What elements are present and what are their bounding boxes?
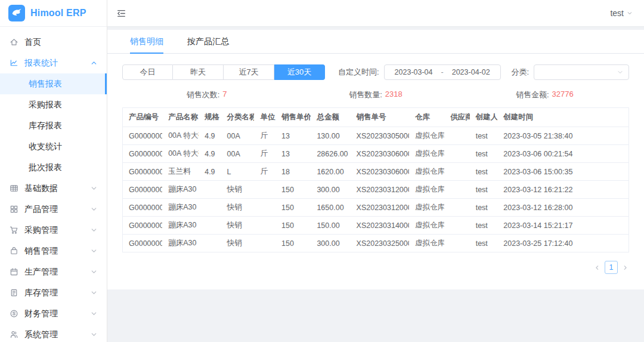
table-cell: 00A (221, 127, 254, 145)
table-cell: 虚拟仓库A (409, 235, 444, 252)
table-cell: 虚拟仓库A (409, 127, 444, 145)
table-cell: G000000000001 (123, 217, 162, 235)
table-cell: G000000000001 (123, 181, 162, 199)
users-icon (10, 330, 18, 339)
stat: 销售数量:2318 (291, 90, 460, 100)
page-content: 销售明细按产品汇总 今日昨天近7天近30天 自定义时间: 2023-03-04 … (107, 27, 644, 342)
logo[interactable]: Himool ERP (0, 0, 107, 27)
bird-icon (8, 5, 25, 21)
quick-range-last-30-days[interactable]: 近30天 (274, 64, 325, 80)
table-cell: 00A (221, 145, 254, 163)
sidebar-item-product-mgmt[interactable]: 产品管理 (0, 199, 107, 220)
table-cell (444, 217, 469, 235)
table-cell: G000000000003 (123, 145, 162, 163)
sidebar-item-base-data[interactable]: 基础数据 (0, 178, 107, 199)
table-cell: 2023-03-05 21:38:40 (497, 127, 628, 145)
category-filter: 分类: (511, 64, 629, 80)
sidebar-item-reports[interactable]: 报表统计 (0, 53, 107, 73)
sidebar-item-inventory-mgmt[interactable]: 库存管理 (0, 282, 107, 303)
table-cell (199, 235, 221, 252)
table-cell: 4.9 (199, 145, 221, 163)
sidebar-subitem-label: 库存报表 (29, 121, 62, 131)
grid-icon (10, 205, 18, 214)
stat-value: 7 (222, 90, 227, 100)
quick-range-today[interactable]: 今日 (122, 64, 173, 80)
table-cell (444, 145, 469, 163)
table-cell: 斤 (254, 163, 275, 181)
column-header: 产品名称 (162, 108, 199, 127)
sidebar-item-production-mgmt[interactable]: 生产管理 (0, 261, 107, 282)
table-cell (254, 181, 275, 199)
stats-row: 销售次数:7销售数量:2318销售金额:32776 (122, 90, 629, 100)
user-menu[interactable]: test (610, 8, 633, 18)
table-cell (444, 127, 469, 145)
app-title: Himool ERP (30, 8, 86, 19)
sidebar-item-sales-report[interactable]: 销售报表 (0, 73, 107, 94)
chevron-down-icon (89, 267, 98, 276)
table-cell: XS202303060002 (351, 163, 409, 181)
table-cell (254, 235, 275, 252)
report-card: 销售明细按产品汇总 今日昨天近7天近30天 自定义时间: 2023-03-04 … (107, 30, 644, 289)
chevron-up-icon (89, 58, 98, 67)
date-range-picker[interactable]: 2023-03-04 - 2023-04-02 (384, 64, 501, 80)
sidebar-item-finance-mgmt[interactable]: 财务管理 (0, 303, 107, 324)
stat-label: 销售金额: (516, 90, 549, 100)
sidebar-item-purchase-mgmt[interactable]: 采购管理 (0, 220, 107, 241)
table-cell (444, 199, 469, 217)
sidebar-item-inventory-report[interactable]: 库存报表 (0, 115, 107, 136)
sidebar-item-label: 生产管理 (24, 267, 89, 278)
table-cell: 快销 (221, 235, 254, 252)
report-table: 产品编号产品名称规格分类名称单位销售单价总金额销售单号仓库供应商创建人创建时间 … (123, 108, 628, 252)
sidebar-item-label: 库存管理 (24, 288, 89, 298)
stat-value: 32776 (552, 90, 574, 100)
date-start: 2023-03-04 (395, 68, 433, 76)
table-cell: test (470, 181, 498, 199)
chevron-down-icon (89, 288, 98, 297)
sidebar-collapse-button[interactable] (116, 8, 126, 19)
table-cell: 18 (275, 163, 311, 181)
table-cell: 虚拟仓库A (409, 181, 444, 199)
table-cell: XS202303140001 (351, 217, 409, 235)
report-table-wrap: 产品编号产品名称规格分类名称单位销售单价总金额销售单号仓库供应商创建人创建时间 … (122, 107, 629, 252)
document-icon (10, 288, 18, 297)
table-cell: 快销 (221, 199, 254, 217)
table-cell: 虚拟仓库A (409, 145, 444, 163)
table-cell: 130.00 (311, 127, 350, 145)
quick-range-yesterday[interactable]: 昨天 (173, 64, 224, 80)
table-cell: 快销 (221, 181, 254, 199)
stat-value: 2318 (385, 90, 402, 100)
table-row: G000000000001蹦床A30快销1501650.00XS20230312… (123, 199, 628, 217)
table-cell: 150 (275, 199, 311, 217)
sidebar-item-sales-mgmt[interactable]: 销售管理 (0, 241, 107, 261)
table-cell: 虚拟仓库A (409, 217, 444, 235)
tab-sales-detail[interactable]: 销售明细 (130, 30, 163, 53)
main-area: test 销售明细按产品汇总 今日昨天近7天近30天 自定义时间: 2023-0… (107, 0, 644, 342)
column-header: 单位 (254, 108, 275, 127)
chevron-down-icon (89, 247, 98, 255)
cart-icon (10, 226, 18, 235)
table-cell: 2023-03-06 00:21:54 (497, 145, 628, 163)
tab-by-product-summary[interactable]: 按产品汇总 (187, 30, 229, 53)
sidebar-item-system-mgmt[interactable]: 系统管理 (0, 324, 107, 342)
column-header: 销售单号 (351, 108, 409, 127)
table-cell: 蹦床A30 (162, 235, 199, 252)
sidebar-item-home[interactable]: 首页 (0, 32, 107, 53)
sidebar-item-batch-report[interactable]: 批次报表 (0, 157, 107, 178)
quick-range-last-7-days[interactable]: 近7天 (224, 64, 274, 80)
chevron-down-icon (89, 184, 98, 193)
chevron-down-icon (89, 309, 98, 318)
column-header: 产品编号 (123, 108, 162, 127)
table-cell: test (470, 235, 498, 252)
current-page[interactable]: 1 (605, 261, 618, 274)
table-cell: XS202303120002 (351, 199, 409, 217)
sidebar-item-purchase-report[interactable]: 采购报表 (0, 94, 107, 115)
category-select[interactable] (534, 64, 629, 80)
sidebar-subitem-label: 批次报表 (29, 162, 62, 173)
next-page-button[interactable] (621, 264, 629, 272)
table-cell: XS202303120001 (351, 181, 409, 199)
sidebar-item-income-expense-report[interactable]: 收支统计 (0, 136, 107, 157)
user-name: test (610, 8, 624, 18)
table-cell: 虚拟仓库A (409, 163, 444, 181)
prev-page-button[interactable] (593, 264, 601, 272)
table-cell: 蹦床A30 (162, 199, 199, 217)
